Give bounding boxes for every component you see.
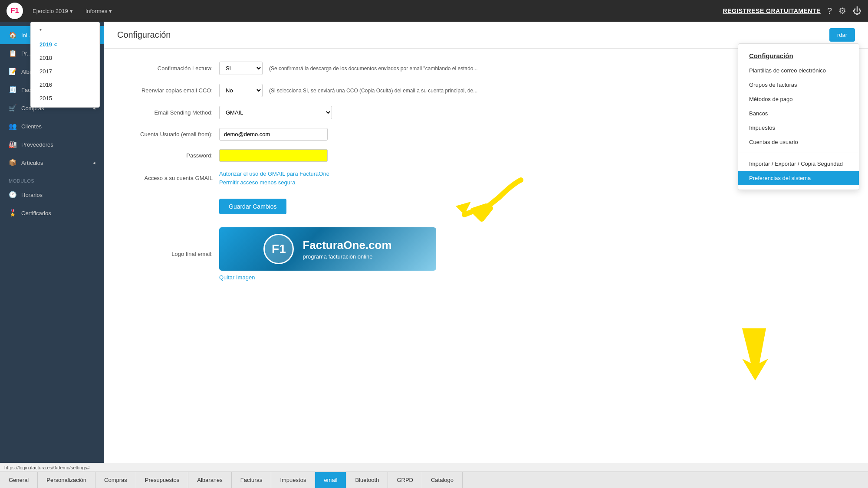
autorizar-link[interactable]: Autorizar el uso de GMAIL para FacturaOn… [219, 170, 329, 177]
sidebar-label-articulos: Artículos [21, 160, 43, 166]
logo-row: Logo final email: F1 FacturaOne.com prog… [117, 227, 855, 281]
status-bar: https://login.ifactura.es/0/demo/setting… [0, 463, 868, 472]
sidebar-label-horarios: Horarios [21, 192, 43, 198]
settings-icon[interactable]: ⚙ [838, 6, 846, 16]
logo-area: F1 FacturaOne.com programa facturación o… [219, 227, 436, 281]
logo-circle: F1 [263, 234, 294, 264]
acceso-label: Acceso a su cuenta GMAIL [117, 175, 213, 181]
inicio-icon: 🏠 [9, 31, 17, 39]
tab-personalizacion[interactable]: Personalización [38, 472, 95, 488]
registrese-button[interactable]: REGISTRESE GRATUITAMENTE [723, 7, 820, 14]
tab-albaranes[interactable]: Albaranes [188, 472, 232, 488]
sidebar-item-clientes[interactable]: 👥 Clientes [0, 117, 104, 135]
menu-preferencias[interactable]: Preferencias del sistema [738, 171, 859, 185]
tab-email[interactable]: email [315, 472, 346, 488]
logo-label: Logo final email: [117, 251, 213, 257]
sidebar-item-horarios[interactable]: 🕐 Horarios [0, 186, 104, 204]
tab-grpd[interactable]: GRPD [388, 472, 422, 488]
chevron-articulos: ◂ [93, 160, 95, 166]
tab-presupuestos[interactable]: Presupuestos [136, 472, 189, 488]
horarios-icon: 🕐 [9, 191, 17, 199]
tab-impuestos[interactable]: Impuestos [271, 472, 315, 488]
status-url: https://login.ifactura.es/0/demo/setting… [4, 465, 90, 470]
quitar-imagen-link[interactable]: Quitar Imagen [219, 274, 255, 281]
email-sending-label: Email Sending Method: [117, 109, 213, 116]
arrow-down-right [729, 320, 781, 385]
main-content: Configuración rdar Confirmación Lectura:… [104, 22, 868, 472]
logo-main-text: FacturaOne.com [302, 239, 391, 252]
sidebar-item-certificados[interactable]: 🎖️ Certificados [0, 204, 104, 222]
menu-plantillas[interactable]: Plantillas de correo electrónico [738, 63, 859, 78]
certificados-icon: 🎖️ [9, 209, 17, 217]
confirmacion-label: Confirmación Lectura: [117, 65, 213, 72]
year-2018[interactable]: 2018 [31, 51, 99, 65]
year-dropdown: * 2019 < 2018 2017 2016 2015 [30, 22, 100, 108]
dropdown-divider [738, 153, 859, 153]
informes-menu[interactable]: Informes ▾ [80, 5, 118, 17]
sidebar-label-certificados: Certificados [21, 210, 51, 216]
proveedores-icon: 🏭 [9, 141, 17, 148]
power-icon[interactable]: ⏻ [853, 6, 861, 16]
menu-cuentas[interactable]: Cuentas de usuario [738, 135, 859, 149]
top-nav-menu: Ejercicio 2019 ▾ Informes ▾ [27, 5, 718, 17]
confirmacion-select[interactable]: Si No [219, 62, 263, 75]
save-top-button[interactable]: rdar [829, 28, 855, 42]
app-logo[interactable]: F1 [7, 3, 23, 19]
cuenta-label: Cuenta Usuario (email from): [117, 131, 213, 138]
modulos-label: MODULOS [0, 172, 104, 186]
year-2015[interactable]: 2015 [31, 92, 99, 105]
layout: 🏠 Ini... ▸ 📋 Pr... ▸ 📝 Albaranes ◂ 🧾 Fac… [0, 22, 868, 472]
reenviar-hint: (Si selecciona SI, se enviará una CCO (C… [269, 88, 477, 94]
help-icon[interactable]: ? [827, 6, 832, 16]
password-input[interactable] [219, 149, 328, 162]
cuenta-input[interactable] [219, 128, 328, 141]
sidebar-item-proveedores[interactable]: 🏭 Proveedores [0, 135, 104, 154]
reenviar-label: Reenviar copias email CCO: [117, 87, 213, 94]
year-star[interactable]: * [31, 24, 99, 38]
logo-text: FacturaOne.com programa facturación onli… [302, 239, 391, 260]
bottom-tabs: General Personalización Compras Presupue… [0, 472, 868, 488]
guardar-button[interactable]: Guardar Cambios [219, 199, 286, 214]
email-sending-select[interactable]: GMAIL SMTP [219, 106, 332, 119]
year-2016[interactable]: 2016 [31, 78, 99, 92]
tab-catalogo[interactable]: Catalogo [422, 472, 463, 488]
ejercicio-menu[interactable]: Ejercicio 2019 ▾ [27, 5, 78, 17]
sidebar-label-clientes: Clientes [21, 123, 42, 130]
logo-sub-text: programa facturación online [302, 253, 391, 260]
tab-general[interactable]: General [0, 472, 38, 488]
sidebar-label-presupuestos: Pr... [21, 50, 31, 57]
right-dropdown-header[interactable]: Configuración [738, 48, 859, 63]
menu-importar[interactable]: Importar / Exportar / Copia Seguridad [738, 157, 859, 171]
facturas-icon: 🧾 [9, 86, 17, 94]
permitir-link[interactable]: Permitir acceso menos segura [219, 179, 296, 186]
sidebar-item-articulos[interactable]: 📦 Artículos ◂ [0, 154, 104, 172]
confirmacion-hint: (Se confirmará la descarga de los docume… [269, 66, 478, 72]
reenviar-select[interactable]: No Si [219, 84, 263, 97]
top-nav-right: REGISTRESE GRATUITAMENTE ? ⚙ ⏻ [723, 6, 861, 16]
albaranes-icon: 📝 [9, 68, 17, 75]
year-2017[interactable]: 2017 [31, 65, 99, 78]
password-label: Password: [117, 152, 213, 159]
tab-facturas[interactable]: Facturas [232, 472, 272, 488]
year-2019[interactable]: 2019 < [31, 38, 99, 51]
right-dropdown: Configuración Plantillas de correo elect… [738, 43, 859, 190]
tab-bluetooth[interactable]: Bluetooth [346, 472, 388, 488]
menu-grupos[interactable]: Grupos de facturas [738, 78, 859, 92]
guardar-section: Guardar Cambios [219, 194, 855, 214]
clientes-icon: 👥 [9, 122, 17, 130]
sidebar-label-proveedores: Proveedores [21, 141, 53, 148]
tab-compras[interactable]: Compras [95, 472, 136, 488]
menu-impuestos[interactable]: Impuestos [738, 121, 859, 135]
menu-metodos[interactable]: Métodos de pago [738, 92, 859, 106]
articulos-icon: 📦 [9, 159, 17, 167]
menu-bancos[interactable]: Bancos [738, 106, 859, 121]
logo-image: F1 FacturaOne.com programa facturación o… [219, 227, 436, 271]
page-title: Configuración [117, 30, 171, 40]
compras-icon: 🛒 [9, 104, 17, 112]
presupuestos-icon: 📋 [9, 49, 17, 57]
acceso-links: Autorizar el uso de GMAIL para FacturaOn… [219, 170, 329, 186]
top-nav: F1 Ejercicio 2019 ▾ Informes ▾ REGISTRES… [0, 0, 868, 22]
